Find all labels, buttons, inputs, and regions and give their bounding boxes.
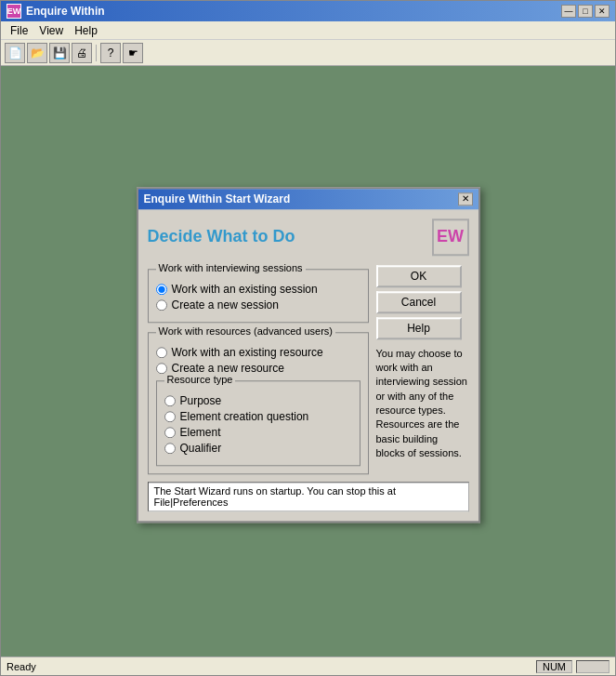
toolbar-print[interactable]: 🖨	[72, 43, 92, 63]
status-extra	[576, 660, 609, 673]
session-option-new: Create a new session	[156, 298, 360, 311]
dialog-body: Decide What to Do EW Work with interview…	[138, 209, 478, 521]
toolbar-separator	[96, 45, 97, 61]
toolbar-save[interactable]: 💾	[49, 43, 70, 63]
toolbar-help[interactable]: ?	[100, 43, 121, 63]
resources-group-label: Work with resources (advanced users)	[156, 325, 335, 337]
purpose-radio[interactable]	[164, 395, 176, 406]
qualifier-label[interactable]: Qualifier	[180, 442, 222, 455]
main-window: EW Enquire Within — □ ✕ File View Help 📄…	[0, 0, 616, 676]
existing-session-radio[interactable]	[156, 284, 167, 295]
menu-help[interactable]: Help	[69, 23, 103, 38]
title-bar-controls: — □ ✕	[561, 5, 609, 18]
element-label[interactable]: Element	[180, 426, 221, 439]
toolbar-new[interactable]: 📄	[5, 43, 25, 63]
qualifier-radio[interactable]	[164, 443, 176, 454]
menu-file[interactable]: File	[5, 23, 33, 38]
dialog-title: Enquire Within Start Wizard	[144, 192, 291, 205]
toolbar-wizard[interactable]: ☛	[123, 43, 143, 63]
menu-bar: File View Help	[1, 21, 615, 40]
window-title: Enquire Within	[26, 5, 105, 18]
resource-option-existing: Work with an existing resource	[156, 346, 360, 359]
toolbar-open[interactable]: 📂	[27, 43, 47, 63]
resource-type-qualifier: Qualifier	[164, 442, 352, 455]
title-bar: EW Enquire Within — □ ✕	[1, 1, 615, 21]
resource-type-group-label: Resource type	[164, 374, 236, 385]
purpose-label[interactable]: Purpose	[180, 394, 222, 407]
start-wizard-dialog: Enquire Within Start Wizard ✕ Decide Wha…	[137, 187, 480, 523]
new-session-label[interactable]: Create a new session	[172, 298, 279, 311]
ok-button[interactable]: OK	[376, 265, 462, 287]
status-ready: Ready	[7, 661, 36, 672]
dialog-heading: Decide What to Do	[148, 227, 295, 246]
resource-option-new: Create a new resource	[156, 362, 360, 375]
minimize-button[interactable]: —	[561, 5, 576, 18]
resource-type-element-creation: Element creation question	[164, 410, 352, 423]
session-option-existing: Work with an existing session	[156, 283, 360, 296]
status-num: NUM	[536, 660, 572, 673]
maximize-button[interactable]: □	[578, 5, 593, 18]
resource-type-element: Element	[164, 426, 352, 439]
menu-view[interactable]: View	[33, 23, 69, 38]
element-creation-label[interactable]: Element creation question	[180, 410, 309, 423]
toolbar: 📄 📂 💾 🖨 ? ☛	[1, 40, 615, 66]
close-button[interactable]: ✕	[595, 5, 609, 18]
dialog-header: Decide What to Do EW	[148, 219, 469, 256]
dialog-close-button[interactable]: ✕	[458, 192, 473, 205]
existing-resource-radio[interactable]	[156, 347, 167, 358]
element-radio[interactable]	[164, 427, 176, 438]
help-button[interactable]: Help	[376, 317, 462, 339]
main-content: Enquire Within Start Wizard ✕ Decide Wha…	[1, 66, 615, 656]
existing-session-label[interactable]: Work with an existing session	[172, 283, 318, 296]
element-creation-radio[interactable]	[164, 411, 176, 422]
dialog-right: OK Cancel Help You may choose to work wi…	[376, 265, 469, 474]
existing-resource-label[interactable]: Work with an existing resource	[172, 346, 323, 359]
dialog-main: Work with interviewing sessions Work wit…	[148, 265, 469, 474]
resource-type-groupbox: Resource type Purpose Element creation q…	[156, 380, 360, 466]
status-right: NUM	[536, 660, 609, 673]
dialog-left: Work with interviewing sessions Work wit…	[148, 265, 369, 474]
dialog-logo-icon: EW	[432, 219, 469, 256]
help-text: You may choose to work with an interview…	[376, 347, 469, 461]
sessions-groupbox: Work with interviewing sessions Work wit…	[148, 269, 369, 323]
new-session-radio[interactable]	[156, 299, 167, 311]
status-bar: Ready NUM	[1, 656, 615, 675]
app-icon: EW	[7, 4, 21, 19]
new-resource-radio[interactable]	[156, 363, 167, 374]
dialog-title-bar: Enquire Within Start Wizard ✕	[138, 189, 478, 209]
resources-groupbox: Work with resources (advanced users) Wor…	[148, 332, 369, 474]
dialog-statusbar: The Start Wizard runs on startup. You ca…	[148, 482, 469, 511]
new-resource-label[interactable]: Create a new resource	[172, 362, 284, 375]
cancel-button[interactable]: Cancel	[376, 291, 462, 313]
title-bar-left: EW Enquire Within	[7, 4, 105, 19]
sessions-group-label: Work with interviewing sessions	[156, 262, 306, 273]
resource-type-purpose: Purpose	[164, 394, 352, 407]
